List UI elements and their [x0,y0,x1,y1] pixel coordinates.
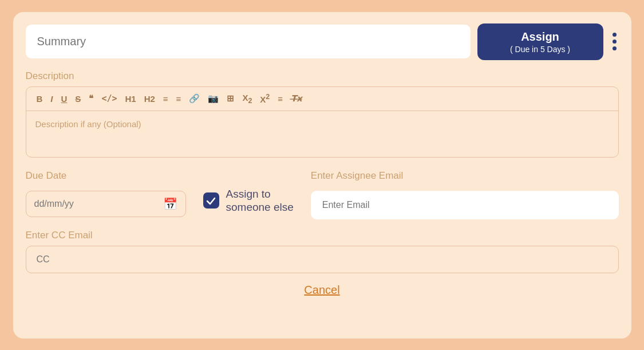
cc-email-input[interactable] [26,246,619,273]
date-input[interactable] [34,199,163,209]
form-row: Due Date 📅 Assign tosomeone else Enter A… [26,170,619,219]
calendar-icon: 📅 [163,197,177,211]
image-button[interactable]: 📷 [206,92,221,105]
assignee-email-input[interactable] [311,191,619,219]
superscript-button[interactable]: X2 [258,92,272,105]
dot-icon [613,46,617,50]
table-button[interactable]: ⊞ [224,92,236,105]
cc-email-label: Enter CC Email [26,230,619,241]
assign-button[interactable]: Assign ( Due in 5 Days ) [477,23,603,60]
ordered-list-button[interactable]: ≡ [161,93,171,105]
strikethrough-button[interactable]: S [73,93,83,105]
task-card: Assign ( Due in 5 Days ) Description B I… [13,12,631,339]
underline-button[interactable]: U [59,93,70,105]
description-area[interactable]: Description if any (Optional) [26,111,618,157]
description-label: Description [26,70,619,82]
subscript-button[interactable]: X2 [240,92,254,106]
description-editor: B I U S ❝ </> H1 H2 ≡ ≡ 🔗 📷 ⊞ X2 X2 ≡ T̶… [26,86,619,158]
more-options-button[interactable] [610,29,619,54]
assignee-email-group: Enter Assignee Email [311,170,619,219]
assign-else-group: Assign tosomeone else [203,187,294,215]
editor-toolbar: B I U S ❝ </> H1 H2 ≡ ≡ 🔗 📷 ⊞ X2 X2 ≡ T̶… [26,87,618,111]
due-date-label: Due Date [26,170,186,182]
quote-button[interactable]: ❝ [86,92,96,105]
checkmark-icon [206,196,216,206]
h2-button[interactable]: H2 [142,93,157,105]
unordered-list-button[interactable]: ≡ [174,93,184,105]
assignee-email-label: Enter Assignee Email [311,170,619,182]
cancel-row: Cancel [26,284,619,297]
dot-icon [613,40,617,44]
assign-else-checkbox[interactable] [203,192,219,209]
bold-button[interactable]: B [34,93,45,105]
summary-input[interactable] [26,25,471,58]
cancel-button[interactable]: Cancel [304,284,339,297]
h1-button[interactable]: H1 [123,93,138,105]
date-input-wrap: 📅 [26,191,186,217]
due-date-group: Due Date 📅 [26,170,186,217]
cc-email-group: Enter CC Email [26,230,619,273]
dot-icon [613,33,617,37]
italic-button[interactable]: I [48,93,55,105]
assign-else-label: Assign tosomeone else [226,187,294,215]
top-row: Assign ( Due in 5 Days ) [26,23,619,60]
align-button[interactable]: ≡ [275,93,285,105]
code-button[interactable]: </> [99,92,119,105]
clear-format-button[interactable]: T̶x̶ [289,92,305,105]
link-button[interactable]: 🔗 [187,92,202,105]
description-placeholder: Description if any (Optional) [35,119,141,129]
